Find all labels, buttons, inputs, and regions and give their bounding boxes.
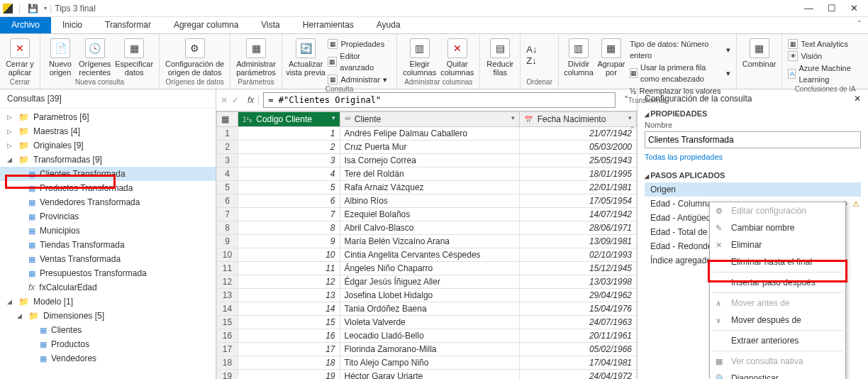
table-row[interactable]: 1616Leocadio Lladó-Bello20/11/1961 xyxy=(217,329,637,343)
tree-item[interactable]: ▦Productos Transformada xyxy=(0,181,216,195)
table-icon: ▦ xyxy=(40,354,47,363)
tree-item[interactable]: ▦Vendedores Transformada xyxy=(0,195,216,209)
quitar-columnas-button[interactable]: ✕Quitar columnas xyxy=(440,38,474,77)
tab-transformar[interactable]: Transformar xyxy=(94,17,162,33)
filter-icon[interactable]: ▾ xyxy=(332,114,335,121)
table-row[interactable]: 1717Florinda Zamorano-Milla05/02/1966 xyxy=(217,343,637,356)
tree-item[interactable]: ▦Ventas Transformada xyxy=(0,252,216,266)
table-row[interactable]: 11Andrés Felipe Dalmau Caballero21/07/19… xyxy=(217,127,637,141)
table-row[interactable]: 66Albino Ríos17/05/1954 xyxy=(217,194,637,208)
table-row[interactable]: 1212Édgar Jesús Íñiguez Aller13/03/1998 xyxy=(217,275,637,289)
close-settings-icon[interactable]: ✕ xyxy=(854,94,861,104)
menu-item[interactable]: ✎Cambiar nombre xyxy=(710,219,845,236)
table-row[interactable]: 44Tere del Roldán18/01/1995 xyxy=(217,167,637,181)
table-row[interactable]: 1515Violeta Valverde24/07/1963 xyxy=(217,316,637,329)
actualizar-vista-button[interactable]: 🔄Actualizar vista previa xyxy=(288,38,324,77)
query-name-input[interactable] xyxy=(645,131,861,148)
menu-item[interactable]: ✕Eliminar xyxy=(710,236,845,253)
tree-item[interactable]: ▷📁Originales [9] xyxy=(0,138,216,153)
formula-input[interactable] xyxy=(263,92,616,108)
scroll-up-icon[interactable]: ˆ xyxy=(630,126,634,137)
elegir-columnas-button[interactable]: ▥Elegir columnas xyxy=(403,38,436,77)
ribbon-collapse-icon[interactable]: ˆ xyxy=(851,17,868,33)
menu-item-label: Eliminar xyxy=(731,240,762,250)
table-row[interactable]: 1818Tito Alejo Campo Niño17/04/1981 xyxy=(217,356,637,370)
expand-formula-icon[interactable]: ˅ xyxy=(620,95,633,105)
tree-item[interactable]: ▦Clientes xyxy=(0,323,216,337)
primera-fila-encabezado-button[interactable]: ▦Usar la primera fila como encabezado ▾ xyxy=(630,62,730,84)
table-row[interactable]: 33Isa Cornejo Correa25/05/1943 xyxy=(217,154,637,167)
config-origen-button[interactable]: ⚙Configuración de origen de datos xyxy=(165,38,224,77)
column-header[interactable]: 1²₃ Codigo Cliente▾ xyxy=(238,112,340,127)
text-analytics-button[interactable]: ▦Text Analytics xyxy=(788,38,862,50)
filter-icon[interactable]: ▾ xyxy=(628,114,632,121)
table-row[interactable]: 1414Tania Ordóñez Baena15/04/1976 xyxy=(217,302,637,316)
step-label: Edad - Redondea xyxy=(650,241,717,251)
dividir-columna-button[interactable]: ▥Dividir columna xyxy=(564,38,593,77)
sort-asc-icon[interactable]: A↓ xyxy=(526,44,537,55)
agrupar-por-button[interactable]: ▦Agrupar por xyxy=(597,38,625,77)
tree-item[interactable]: ▦Provincias xyxy=(0,209,216,224)
tipo-datos-button[interactable]: Tipo de datos: Número entero ▾ xyxy=(630,38,730,61)
combinar-button[interactable]: ▦Combinar xyxy=(742,38,777,68)
table-row[interactable]: 55Rafa Arnaiz Vázquez22/01/1981 xyxy=(217,181,637,194)
cerrar-aplicar-button[interactable]: ✕Cerrar y aplicar xyxy=(6,38,34,77)
menu-item[interactable]: ∨Mover después de xyxy=(710,312,845,329)
tree-item[interactable]: ▦Municipios xyxy=(0,224,216,238)
tree-item[interactable]: ▦Presupuestos Transformada xyxy=(0,266,216,280)
tab-vista[interactable]: Vista xyxy=(250,17,291,33)
propiedades-button[interactable]: ▦Propiedades xyxy=(328,38,391,50)
tree-item[interactable]: ▷📁Parametros [6] xyxy=(0,110,216,124)
tab-archivo[interactable]: Archivo xyxy=(0,17,51,33)
menu-item[interactable]: Eliminar hasta el final xyxy=(710,253,845,270)
cancel-formula-icon[interactable]: ✕ xyxy=(221,95,228,105)
table-row[interactable]: 77Ezequiel Bolaños14/07/1942 xyxy=(217,208,637,221)
tab-ayuda[interactable]: Ayuda xyxy=(365,17,412,33)
table-row[interactable]: 22Cruz Puerta Mur05/03/2000 xyxy=(217,141,637,154)
table-icon: ▦ xyxy=(40,340,47,349)
tab-herramientas[interactable]: Herramientas xyxy=(291,17,365,33)
table-row[interactable]: 88Abril Calvo-Blasco28/06/1971 xyxy=(217,221,637,235)
filter-icon[interactable]: ▾ xyxy=(511,114,515,121)
tree-item[interactable]: ▦Productos xyxy=(0,337,216,351)
tab-inicio[interactable]: Inicio xyxy=(51,17,94,33)
tree-item[interactable]: ▦Vendedores xyxy=(0,351,216,366)
column-header[interactable]: 📅 Fecha Nacimiento▾ xyxy=(520,112,637,127)
especificar-datos-button[interactable]: ▦Especificar datos xyxy=(115,38,153,77)
tree-item[interactable]: ◢📁Transformadas [9] xyxy=(0,153,216,167)
dropdown-icon[interactable]: ▾ xyxy=(44,5,47,11)
tree-item[interactable]: ▷📁Maestras [4] xyxy=(0,124,216,138)
tree-item[interactable]: ◢📁Modelo [1] xyxy=(0,295,216,309)
origenes-recientes-button[interactable]: 🕓Orígenes recientes xyxy=(79,38,111,77)
tree-item[interactable]: ◢📁Dimensiones [5] xyxy=(0,309,216,323)
tree-item[interactable]: ▦Tiendas Transformada xyxy=(0,238,216,252)
reducir-filas-button[interactable]: ▤Reducir filas xyxy=(486,38,514,77)
column-header[interactable]: ᴬᴮ Cliente▾ xyxy=(340,112,520,127)
nuevo-origen-button[interactable]: 📄Nuevo origen xyxy=(46,38,74,77)
azure-ml-button[interactable]: AAzure Machine Learning xyxy=(788,62,862,85)
sort-desc-icon[interactable]: Z↓ xyxy=(526,55,537,66)
grid-wrapper[interactable]: ▦1²₃ Codigo Cliente▾ᴬᴮ Cliente▾📅 Fecha N… xyxy=(216,111,637,379)
applied-step[interactable]: Origen xyxy=(645,182,861,197)
maximize-button[interactable]: ☐ xyxy=(828,3,836,13)
menu-item[interactable]: Insertar paso después xyxy=(710,274,845,291)
table-row[interactable]: 1313Josefina Llobet Hidalgo29/04/1962 xyxy=(217,289,637,302)
menu-item[interactable]: 🔍Diagnosticar xyxy=(710,370,845,379)
close-button[interactable]: ✕ xyxy=(850,3,858,13)
table-row[interactable]: 99María Belén Vizcaíno Arana13/09/1981 xyxy=(217,235,637,248)
tree-item[interactable]: fxfxCalcularEdad xyxy=(0,280,216,295)
tree-item[interactable]: ▦Clientes Transformada xyxy=(0,167,216,181)
table-row[interactable]: 1919Héctor Garay Uriarte24/04/1972 xyxy=(217,370,637,380)
administrar-parametros-button[interactable]: ▦Administrar parámetros xyxy=(236,38,276,77)
menu-item[interactable]: Extraer anteriores xyxy=(710,332,845,349)
all-properties-link[interactable]: Todas las propiedades xyxy=(645,153,861,161)
minimize-button[interactable]: — xyxy=(804,3,813,13)
vision-button[interactable]: 👁Visión xyxy=(788,50,862,62)
save-icon[interactable]: 💾 xyxy=(28,4,38,13)
table-row[interactable]: 1111Ángeles Niño Chaparro15/12/1945 xyxy=(217,262,637,275)
administrar-button[interactable]: ▦Administrar ▾ xyxy=(328,74,391,85)
table-row[interactable]: 1010Cintia Angelita Cervantes Céspedes02… xyxy=(217,248,637,262)
editor-avanzado-button[interactable]: ▦Editor avanzado xyxy=(328,50,391,73)
accept-formula-icon[interactable]: ✓ xyxy=(232,95,239,105)
tab-agregar-columna[interactable]: Agregar columna xyxy=(162,17,250,33)
